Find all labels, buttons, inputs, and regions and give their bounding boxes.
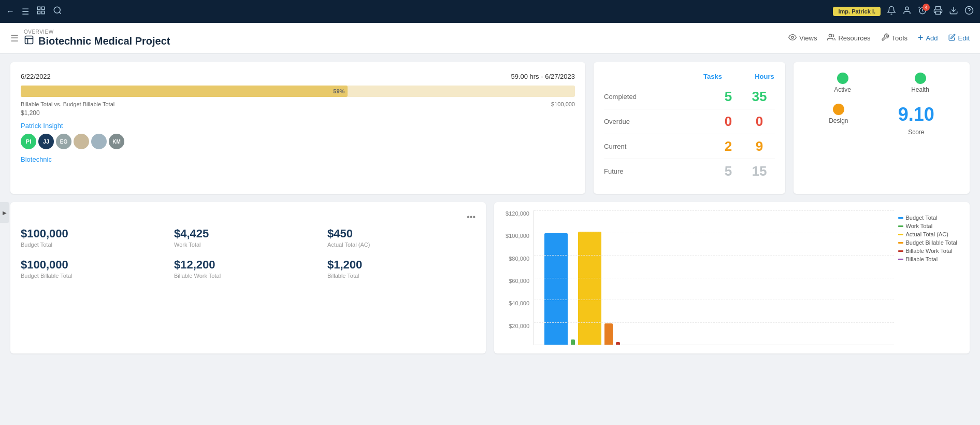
tasks-row-overdue: Overdue 0 0	[604, 109, 775, 134]
chart-card: $120,000 $100,000 $80,000 $60,000 $40,00…	[494, 202, 970, 353]
avatar-jj[interactable]: JJ	[38, 134, 54, 149]
legend-dot-dark-red	[898, 250, 903, 252]
budget-row: Billable Total vs. Budget Billable Total…	[21, 101, 575, 107]
completed-hours-val: 35	[744, 89, 775, 105]
active-label: Active	[834, 86, 851, 93]
legend-billable-work: Billable Work Total	[898, 248, 957, 254]
y-label-1: $100,000	[506, 233, 529, 239]
status-dots-row: Active Health	[804, 73, 959, 93]
avatar-pi[interactable]: PI	[21, 134, 36, 149]
bar-yellow	[578, 232, 601, 345]
alarm-badge: 4	[923, 4, 930, 11]
avatar-user1[interactable]	[74, 134, 89, 149]
progress-bar-wrap: 59%	[21, 86, 575, 97]
svg-point-4	[54, 7, 60, 13]
search-icon[interactable]	[53, 6, 62, 17]
back-icon[interactable]: ←	[6, 7, 15, 16]
add-icon: +	[918, 33, 924, 44]
views-action[interactable]: Views	[788, 33, 817, 43]
bar-orange	[604, 323, 613, 345]
progress-pct: 59%	[333, 88, 344, 94]
legend-budget-total: Budget Total	[898, 215, 957, 221]
y-label-0: $120,000	[506, 210, 529, 217]
score-value: 9.10	[898, 104, 934, 125]
budget-item-1: $4,425 Work Total	[174, 227, 322, 248]
actual-total-label: Actual Total (AC)	[327, 242, 475, 248]
hours-col-label: Hours	[754, 73, 775, 80]
legend-budget-billable: Budget Billable Total	[898, 239, 957, 246]
more-options-button[interactable]: •••	[21, 212, 475, 222]
sub-header: ☰ OVERVIEW Biotechnic Medical Project	[0, 23, 980, 54]
legend-label-0: Budget Total	[906, 215, 938, 221]
design-label: Design	[829, 117, 848, 124]
avatar-km[interactable]: KM	[109, 134, 124, 149]
avatar-eg[interactable]: EG	[56, 134, 71, 149]
alarm-button[interactable]: 4	[918, 6, 927, 18]
future-hours-val: 15	[744, 163, 775, 179]
budget-billable-total-value: $100,000	[21, 258, 169, 272]
health-dot	[915, 73, 926, 84]
resources-action[interactable]: Resources	[827, 33, 870, 43]
sub-header-actions: Views Resources Tools + Add	[788, 33, 970, 44]
billable-total-value: $1,200	[327, 258, 475, 272]
company-link[interactable]: Biotechnic	[21, 155, 52, 163]
sidebar-expand-button[interactable]: ▶	[0, 202, 9, 223]
actual-total-value: $450	[327, 227, 475, 240]
nav-left: ← ☰	[6, 6, 825, 17]
work-total-label: Work Total	[174, 242, 322, 248]
add-action[interactable]: + Add	[918, 33, 938, 44]
date-start: 6/22/2022	[21, 73, 51, 80]
top-grid: 6/22/2022 59.00 hrs - 6/27/2023 59% Bill…	[10, 62, 970, 194]
y-label-3: $60,000	[509, 278, 529, 284]
budget-item-3: $100,000 Budget Billable Total	[21, 258, 169, 279]
health-label: Health	[911, 86, 929, 93]
completed-label: Completed	[604, 93, 713, 101]
status-card: Active Health Design 9.10 Score	[794, 62, 970, 194]
chart-legend: Budget Total Work Total Actual Total (AC…	[894, 210, 961, 345]
project-icon	[24, 35, 34, 48]
chevron-right-icon: ▶	[3, 210, 7, 216]
tasks-header: Tasks Hours	[604, 73, 775, 80]
breadcrumb-area: OVERVIEW Biotechnic Medical Project	[24, 29, 170, 48]
legend-label-2: Actual Total (AC)	[906, 231, 948, 237]
notifications-button[interactable]	[887, 6, 896, 18]
resources-icon	[827, 33, 835, 43]
menu-icon[interactable]: ☰	[22, 7, 29, 17]
health-status-group: Health	[911, 73, 929, 93]
design-status-group: Design	[829, 104, 848, 124]
current-hours-val: 9	[744, 138, 775, 154]
y-axis: $120,000 $100,000 $80,000 $60,000 $40,00…	[502, 210, 534, 345]
tools-action[interactable]: Tools	[881, 33, 907, 43]
print-button[interactable]	[933, 6, 943, 18]
edit-icon	[948, 34, 956, 42]
current-label: Current	[604, 143, 713, 150]
sidebar-toggle-icon[interactable]: ☰	[10, 33, 19, 44]
nav-right: Imp. Patrick I. 4	[833, 6, 974, 18]
legend-dot-gold	[898, 242, 903, 244]
avatars-group: PI JJ EG KM	[21, 134, 575, 149]
legend-dot-green	[898, 225, 903, 227]
y-label-4: $40,000	[509, 300, 529, 306]
chart-icon[interactable]	[36, 6, 46, 17]
svg-point-16	[829, 34, 832, 37]
impersonate-button[interactable]: Imp. Patrick I.	[833, 7, 881, 16]
future-tasks-val: 5	[713, 163, 744, 179]
avatar-user2[interactable]	[91, 134, 107, 149]
y-label-5: $20,000	[509, 323, 529, 329]
bar-dark-red	[616, 342, 620, 345]
legend-dot-yellow	[898, 234, 903, 235]
budget-value: $100,000	[551, 101, 575, 107]
tasks-row-completed: Completed 5 35	[604, 84, 775, 109]
help-button[interactable]	[964, 6, 974, 18]
billable-total-label: Billable Total	[327, 273, 475, 279]
svg-rect-0	[37, 7, 40, 9]
tasks-hours-card: Tasks Hours Completed 5 35 Overdue 0	[594, 62, 785, 194]
insight-link[interactable]: Patrick Insight	[21, 122, 575, 130]
overdue-hours-val: 0	[744, 114, 775, 130]
date-end: 59.00 hrs - 6/27/2023	[511, 73, 575, 80]
completed-tasks-val: 5	[713, 89, 744, 105]
download-button[interactable]	[949, 6, 958, 18]
user-account-button[interactable]	[902, 6, 912, 18]
edit-action[interactable]: Edit	[948, 34, 970, 42]
legend-billable-total: Billable Total	[898, 256, 957, 262]
